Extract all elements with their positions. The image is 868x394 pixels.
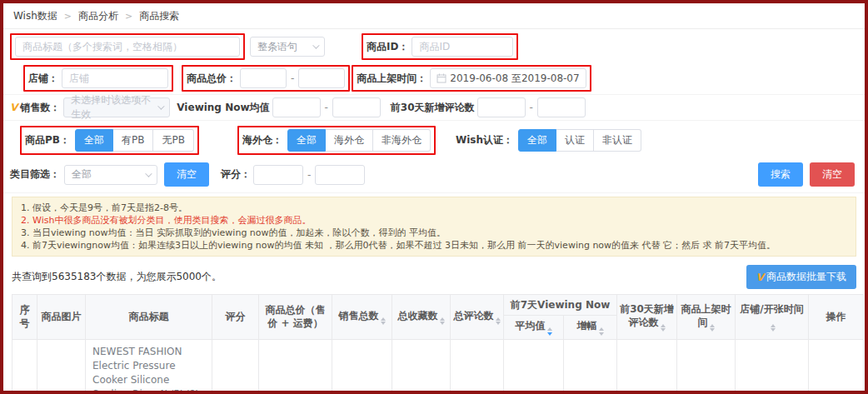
viewing-now-min-input[interactable] <box>272 97 321 117</box>
rating-max-input[interactable] <box>315 165 365 185</box>
cell-sales: 5000+ <box>332 339 392 394</box>
cell-viewing-growth: 316% <box>564 339 617 394</box>
pb-all-button[interactable]: 全部 <box>75 129 113 152</box>
product-pb-toggle-group: 全部 有PB 无PB <box>75 129 194 152</box>
summary-bar: 共查询到5635183个数据，为您展示5000个。 V 商品数据批量下载 <box>3 262 865 294</box>
total-price-min-input[interactable] <box>240 68 287 88</box>
product-id-highlight-box: 商品ID： <box>362 33 518 60</box>
cell-seq: 1 <box>12 339 37 394</box>
overseas-no-button[interactable]: 非海外仓 <box>373 129 431 152</box>
title-highlight-box <box>10 33 245 60</box>
sort-icon <box>599 327 604 336</box>
form-row-4: 商品PB： 全部 有PB 无PB 海外仓： 全部 海外仓 非海外仓 Wish认证… <box>3 121 865 160</box>
header-sales-sort[interactable]: 销售总数 <box>332 295 392 340</box>
sort-icon <box>661 324 666 332</box>
header-favorites-sort[interactable]: 总收藏数 <box>392 295 451 340</box>
batch-download-button[interactable]: V 商品数据批量下载 <box>746 265 856 289</box>
header-ops: 操作 <box>809 295 864 340</box>
header-comments-sort[interactable]: 总评论数 <box>451 295 504 340</box>
total-price-label: 商品总价： <box>187 72 237 86</box>
header-shop-time-sort[interactable]: 店铺/开张时间 <box>736 295 809 340</box>
overseas-all-button[interactable]: 全部 <box>287 129 326 152</box>
cell-title: NEWEST FASHION Electric Pressure Cooker … <box>86 339 212 394</box>
overseas-toggle-group: 全部 海外仓 非海外仓 <box>287 129 431 152</box>
notice-panel: 1. 假设，今天是9号，前7天是指2-8号。 2. Wish中很多商品没有被划分… <box>12 197 856 257</box>
product-pb-label: 商品PB： <box>25 133 70 147</box>
header-listed-time-sort[interactable]: 商品上架时间 <box>677 295 736 340</box>
product-title-text: NEWEST FASHION Electric Pressure Cooker … <box>92 345 205 394</box>
notice-line-1: 1. 假设，今天是9号，前7天是指2-8号。 <box>21 202 847 214</box>
chevron-down-icon <box>145 170 152 177</box>
pb-no-button[interactable]: 无PB <box>153 129 193 152</box>
notice-line-4: 4. 前7天viewingnow均值：如果连续3日以上的viewing now的… <box>21 239 847 252</box>
header-viewing-avg-sort[interactable]: 平均值 <box>504 316 564 340</box>
vip-icon: V <box>10 102 17 113</box>
category-select[interactable]: 全部 <box>64 165 157 185</box>
cell-price: 5(4+1) <box>259 339 332 394</box>
overseas-label: 海外仓： <box>242 133 282 147</box>
viewing-now-max-input[interactable] <box>332 97 381 117</box>
sort-icon <box>381 317 386 326</box>
listing-time-label: 商品上架时间： <box>357 72 427 86</box>
vip-icon: V <box>756 272 764 283</box>
breadcrumb-product-analysis[interactable]: 商品分析 <box>78 9 118 23</box>
results-table: 序号 商品图片 商品标题 评分 商品总价（售价 + 运费） 销售总数 总收藏数 … <box>12 294 864 394</box>
breadcrumb-separator: > <box>125 11 132 22</box>
cell-new-comments: 4 <box>617 339 677 394</box>
product-title-input[interactable] <box>15 37 240 57</box>
header-price: 商品总价（售价 + 运费） <box>259 295 332 340</box>
header-rating: 评分 <box>212 295 259 340</box>
shop-highlight-box: 店铺： <box>23 65 173 92</box>
listing-time-date-input[interactable]: 2019-06-08 至2019-08-07 <box>430 68 586 88</box>
new-comments-max-input[interactable] <box>537 97 586 117</box>
range-dash: - <box>291 72 294 84</box>
verify-no-button[interactable]: 非认证 <box>594 129 641 152</box>
cell-viewing-avg: 102.52 <box>504 339 564 394</box>
shop-input[interactable] <box>62 68 168 88</box>
wish-verify-label: Wish认证： <box>456 133 513 147</box>
cell-shop: yiwumingjikeji 2016-10-18 <box>736 339 809 394</box>
breadcrumb-wish-data[interactable]: Wish数据 <box>13 9 57 23</box>
overseas-yes-button[interactable]: 海外仓 <box>326 129 373 152</box>
header-seq: 序号 <box>12 295 37 340</box>
sort-icon <box>440 317 445 326</box>
total-price-max-input[interactable] <box>298 68 345 88</box>
rating-min-input[interactable] <box>253 165 303 185</box>
form-row-5: 类目筛选： 全部 清空 评分： - 搜索 清空 <box>3 160 865 193</box>
breadcrumb: Wish数据 > 商品分析 > 商品搜索 <box>3 3 865 29</box>
new-comments-min-input[interactable] <box>477 97 526 117</box>
product-id-input[interactable] <box>412 37 513 57</box>
overseas-highlight-box: 海外仓： 全部 海外仓 非海外仓 <box>237 126 436 155</box>
sales-count-label: 销售数： <box>20 101 60 115</box>
notice-line-3: 3. 当日viewing now均值：当日 实际抓取到的viewing now的… <box>21 227 847 239</box>
header-image: 商品图片 <box>37 295 86 340</box>
clear-button[interactable]: 清空 <box>810 162 855 187</box>
sales-count-select[interactable]: 未选择时该选项不生效 <box>63 97 170 117</box>
cell-rating: 2 <box>212 339 259 394</box>
verify-yes-button[interactable]: 认证 <box>556 129 594 152</box>
new-comments-30d-label: 前30天新增评论数 <box>391 101 475 115</box>
header-viewing-now-group: 前7天Viewing Now <box>504 295 617 316</box>
rating-label: 评分： <box>221 167 251 182</box>
header-viewing-growth-sort[interactable]: 增幅 <box>564 316 617 340</box>
total-price-highlight-box: 商品总价： - <box>182 65 350 92</box>
cell-favorites: 1000 <box>392 339 451 394</box>
category-clear-button[interactable]: 清空 <box>164 162 209 187</box>
calendar-icon <box>436 73 446 83</box>
breadcrumb-separator: > <box>64 11 72 22</box>
breadcrumb-product-search: 商品搜索 <box>139 9 179 23</box>
form-row-2: 店铺： 商品总价： - 商品上架时间： 2019-06-08 至2019-08-… <box>3 62 865 95</box>
notice-line-2: 2. Wish中很多商品没有被划分类目，使用类目搜索，会漏过很多商品。 <box>21 214 847 227</box>
header-title: 商品标题 <box>86 295 212 340</box>
sort-icon <box>496 317 501 326</box>
form-row-1: 整条语句 商品ID： <box>3 29 865 62</box>
header-new-comments-sort[interactable]: 前30天新增评论数 <box>617 295 677 340</box>
match-type-select[interactable]: 整条语句 <box>250 37 325 57</box>
verify-all-button[interactable]: 全部 <box>518 129 556 152</box>
pb-yes-button[interactable]: 有PB <box>113 129 153 152</box>
search-button[interactable]: 搜索 <box>758 162 803 187</box>
product-pb-highlight-box: 商品PB： 全部 有PB 无PB <box>20 126 199 155</box>
product-id-label: 商品ID： <box>367 40 408 54</box>
cell-image[interactable]: 5L/6L 4L <box>37 339 86 394</box>
cell-comments: 4 <box>451 339 504 394</box>
